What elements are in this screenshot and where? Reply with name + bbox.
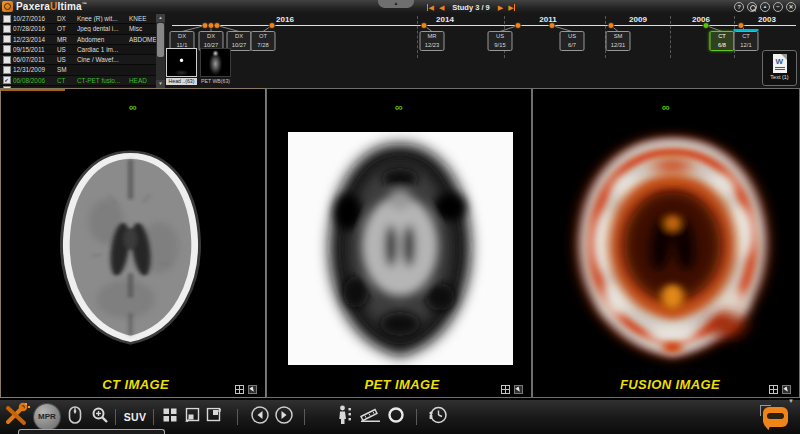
next-study-button[interactable]: ▶ [498, 4, 503, 11]
study-checkbox[interactable] [3, 66, 11, 74]
study-checkbox[interactable] [3, 25, 11, 33]
study-checkbox[interactable] [3, 45, 11, 53]
timeline-event[interactable]: SM 12/31 [606, 31, 631, 51]
zoom-tool-icon[interactable] [91, 406, 109, 428]
study-body-part: KNEE [129, 15, 156, 22]
study-modality: CT [57, 87, 77, 88]
first-study-button[interactable]: ◀ [427, 4, 434, 11]
study-checkbox[interactable] [3, 15, 11, 23]
timeline-event[interactable]: OT 7/28 [251, 31, 276, 51]
next-image-button[interactable] [275, 406, 294, 429]
scrollbar-thumb[interactable] [157, 23, 164, 57]
mouse-settings-icon[interactable] [68, 406, 82, 429]
suv-button[interactable]: SUV [124, 411, 147, 423]
last-study-button[interactable]: ▶ [508, 4, 515, 11]
thumbnail-pet-image [200, 48, 231, 77]
timeline-event[interactable]: US 9/15 [488, 31, 513, 51]
study-row[interactable]: 10/27/2016 DX Knee (R) wit... KNEE [0, 14, 156, 24]
study-body-part: ABDOMEN [129, 36, 156, 43]
study-row[interactable]: 12/01/2003 CT Cardiac CT HEART [0, 86, 156, 88]
layout-monitor2-button[interactable] [206, 408, 222, 427]
study-description: Cardiac CT [77, 87, 129, 88]
study-description: CT-PET fusio... [77, 77, 129, 84]
ai-assistant-button[interactable]: ▼ [760, 405, 790, 429]
restore-icon[interactable]: ▲ [760, 2, 770, 12]
timeline-separator [670, 16, 671, 58]
study-row[interactable]: 12/31/2009 SM [0, 65, 156, 75]
thumbnail-pet-wb[interactable]: PET WB(63) [200, 48, 231, 85]
pointer-tool-icon[interactable] [514, 385, 523, 394]
minimize-icon[interactable]: − [773, 2, 783, 12]
text-report-shortcut[interactable]: W Text (1) [762, 50, 797, 86]
layout-monitor1-button[interactable] [184, 408, 200, 427]
study-checkbox[interactable] [3, 35, 11, 43]
thumbnail-head-ct[interactable]: Head ..(63) [166, 48, 197, 85]
study-modality: MR [57, 36, 77, 43]
layout-grid-icon[interactable] [501, 385, 510, 394]
study-row[interactable]: 09/15/2011 US Cardiac 1 im... [0, 45, 156, 55]
timeline-event[interactable]: US 6/7 [560, 31, 585, 51]
timeline-event[interactable]: CT 12/1 [734, 31, 759, 51]
study-list-scrollbar[interactable]: ▲ ▼ [156, 14, 165, 88]
search-icon[interactable] [747, 2, 757, 12]
magnifier-glyph [750, 5, 756, 11]
document-icon: W [773, 54, 787, 73]
study-modality: CT [57, 77, 77, 84]
scroll-down-icon[interactable]: ▼ [156, 80, 165, 88]
scroll-up-icon[interactable]: ▲ [156, 14, 165, 22]
study-modality: SM [57, 66, 77, 73]
pointer-tool-icon[interactable] [782, 385, 791, 394]
pointer-tool-icon[interactable] [248, 385, 257, 394]
timeline-event[interactable]: CT 6/8 [710, 31, 735, 51]
event-date: 12/23 [421, 41, 444, 50]
study-row[interactable]: 07/28/2016 OT Jpeg dental i... Misc [0, 24, 156, 34]
fab-dropdown-icon[interactable]: ▼ [788, 398, 794, 404]
pet-brain-image [288, 132, 513, 365]
ruler-measure-icon[interactable] [359, 408, 381, 427]
timeline-separator [417, 16, 418, 58]
study-row[interactable]: 12/23/2014 MR Abdomen ABDOMEN [0, 35, 156, 45]
patient-position-icon[interactable] [337, 405, 354, 429]
study-checkbox[interactable]: ✓ [3, 76, 11, 84]
study-list-panel: 10/27/2016 DX Knee (R) wit... KNEE 07/28… [0, 14, 165, 88]
study-row[interactable]: 06/07/2011 US Cine / Wavef... [0, 55, 156, 65]
timeline-year: 2003 [758, 15, 776, 24]
event-date: 12/31 [607, 41, 630, 50]
viewport-pet[interactable]: ∞ [266, 88, 532, 398]
timeline-collapse-tab[interactable]: ▲ [378, 0, 414, 8]
event-date: 7/28 [252, 41, 275, 50]
tools-settings-icon[interactable] [4, 402, 30, 432]
layout-2x2-button[interactable] [163, 408, 178, 427]
timeline-event[interactable]: MR 12/23 [420, 31, 445, 51]
viewport-fusion[interactable]: ∞ [532, 88, 800, 398]
time-schedule-icon[interactable] [428, 405, 448, 429]
timeline-year: 2009 [629, 15, 647, 24]
ellipse-roi-icon[interactable] [388, 407, 405, 428]
loop-indicator-icon: ∞ [129, 101, 137, 113]
toolbar-separator [416, 409, 417, 425]
event-modality: OT [252, 32, 275, 41]
study-date: 10/27/2016 [13, 15, 57, 22]
study-row[interactable]: ✓ 06/08/2006 CT CT-PET fusio... HEAD [0, 76, 156, 86]
prev-image-button[interactable] [251, 406, 270, 429]
study-description: Cine / Wavef... [77, 56, 129, 63]
study-checkbox[interactable] [3, 86, 11, 88]
event-modality: DX [200, 32, 223, 41]
thumbnail-label: PET WB(63) [200, 78, 231, 85]
viewport-ct[interactable]: ∞ [0, 88, 266, 398]
study-counter: Study 3 / 9 [452, 3, 490, 12]
event-modality: SM [607, 32, 630, 41]
study-modality: US [57, 46, 77, 53]
prev-study-button[interactable]: ◀ [439, 4, 444, 11]
event-date: 12/1 [735, 41, 758, 50]
help-icon[interactable]: ? [734, 2, 744, 12]
layout-grid-icon[interactable] [235, 385, 244, 394]
event-date: 9/15 [489, 41, 512, 50]
close-icon[interactable]: ✕ [786, 2, 796, 12]
study-checkbox[interactable] [3, 56, 11, 64]
layout-grid-icon[interactable] [769, 385, 778, 394]
toolbar-separator [237, 409, 238, 425]
mpr-button[interactable]: MPR [34, 404, 60, 430]
ct-brain-image [34, 144, 227, 351]
timeline-year: 2014 [436, 15, 454, 24]
